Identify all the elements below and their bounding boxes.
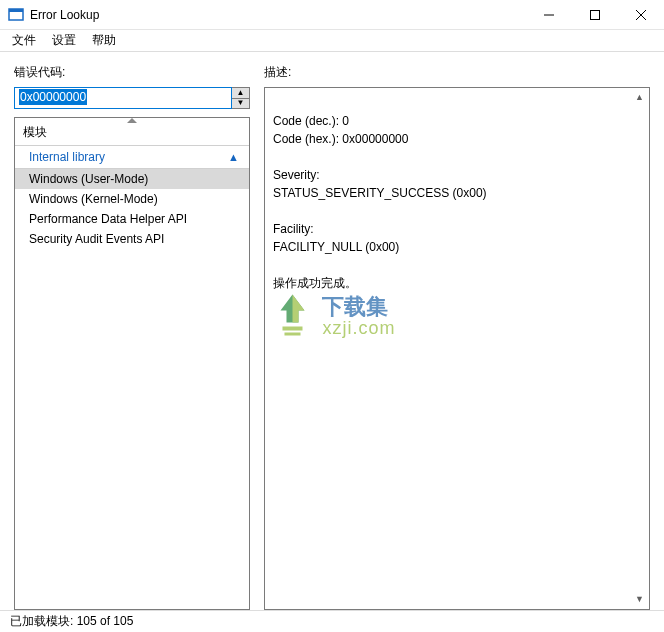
- error-code-spinner: ▲ ▼: [232, 87, 250, 109]
- desc-code-hex: Code (hex.): 0x00000000: [273, 132, 408, 146]
- module-group-header[interactable]: Internal library ▲: [15, 145, 249, 169]
- error-code-input[interactable]: 0x00000000: [14, 87, 232, 109]
- menu-file[interactable]: 文件: [4, 30, 44, 51]
- desc-facility-value: FACILITY_NULL (0x00): [273, 240, 399, 254]
- scroll-down-icon[interactable]: ▼: [631, 591, 648, 608]
- desc-message: 操作成功完成。: [273, 276, 357, 290]
- module-group-label: Internal library: [29, 150, 105, 164]
- status-text: 已加载模块: 105 of 105: [10, 613, 133, 630]
- close-button[interactable]: [618, 0, 664, 30]
- error-code-row: 0x00000000 ▲ ▼: [14, 87, 250, 109]
- menu-help[interactable]: 帮助: [84, 30, 124, 51]
- description-scrollbar[interactable]: ▲ ▼: [631, 89, 648, 608]
- minimize-button[interactable]: [526, 0, 572, 30]
- description-label: 描述:: [264, 64, 650, 81]
- description-area[interactable]: Code (dec.): 0 Code (hex.): 0x00000000 S…: [264, 87, 650, 610]
- chevron-up-icon: ▲: [228, 151, 239, 163]
- module-item[interactable]: Security Audit Events API: [15, 229, 249, 249]
- module-panel: 模块 Internal library ▲ Windows (User-Mode…: [14, 117, 250, 610]
- desc-facility-label: Facility:: [273, 222, 314, 236]
- left-column: 错误代码: 0x00000000 ▲ ▼ 模块 Internal library…: [14, 64, 250, 610]
- desc-code-dec: Code (dec.): 0: [273, 114, 349, 128]
- svg-rect-1: [9, 9, 23, 12]
- desc-severity-value: STATUS_SEVERITY_SUCCESS (0x00): [273, 186, 487, 200]
- error-code-label: 错误代码:: [14, 64, 250, 81]
- content: 错误代码: 0x00000000 ▲ ▼ 模块 Internal library…: [0, 52, 664, 610]
- scroll-up-icon[interactable]: ▲: [631, 89, 648, 106]
- spinner-down-button[interactable]: ▼: [232, 99, 249, 109]
- statusbar: 已加载模块: 105 of 105: [0, 610, 664, 632]
- maximize-button[interactable]: [572, 0, 618, 30]
- module-list[interactable]: Windows (User-Mode)Windows (Kernel-Mode)…: [15, 169, 249, 609]
- menubar: 文件 设置 帮助: [0, 30, 664, 52]
- module-label: 模块: [15, 118, 249, 145]
- window-title: Error Lookup: [30, 8, 526, 22]
- right-column: 描述: Code (dec.): 0 Code (hex.): 0x000000…: [264, 64, 650, 610]
- module-item[interactable]: Windows (User-Mode): [15, 169, 249, 189]
- desc-severity-label: Severity:: [273, 168, 320, 182]
- menu-settings[interactable]: 设置: [44, 30, 84, 51]
- module-item[interactable]: Performance Data Helper API: [15, 209, 249, 229]
- spinner-up-button[interactable]: ▲: [232, 88, 249, 99]
- module-item[interactable]: Windows (Kernel-Mode): [15, 189, 249, 209]
- app-icon: [8, 7, 24, 23]
- svg-rect-3: [591, 10, 600, 19]
- titlebar: Error Lookup: [0, 0, 664, 30]
